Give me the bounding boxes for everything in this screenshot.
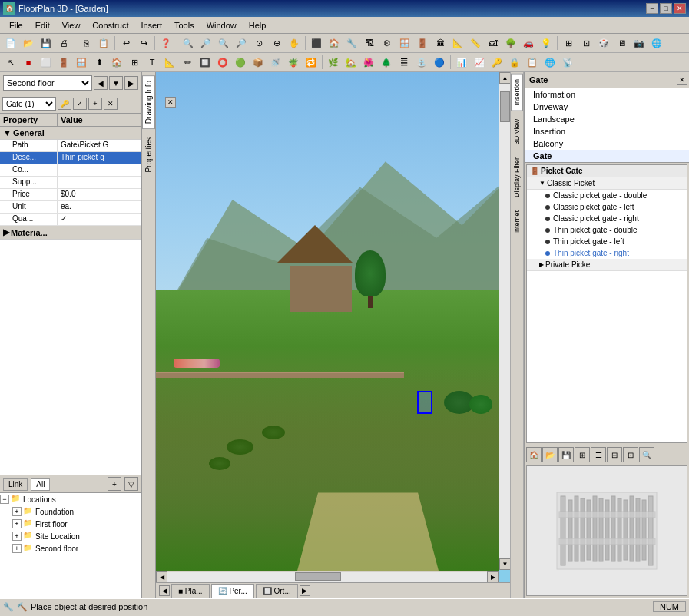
tb2-s7[interactable]: 🔵 xyxy=(431,55,448,70)
tb2-roof[interactable]: 🏠 xyxy=(108,55,125,70)
menu-window[interactable]: Window xyxy=(200,19,243,31)
tree-tab-link[interactable]: Link xyxy=(3,478,28,491)
tree-toggle-sitelocation[interactable]: + xyxy=(12,532,22,541)
gate-leaf-classic-double[interactable]: Classic picket gate - double xyxy=(527,190,687,201)
tb2-t1[interactable]: ⊞ xyxy=(126,55,143,70)
drawing-info-tab[interactable]: Drawing Info xyxy=(142,75,155,129)
tb2-t5[interactable]: 🔲 xyxy=(197,55,214,70)
tb-zoom-in[interactable]: 🔍 xyxy=(180,35,197,51)
prop-btn-1[interactable]: 🔑 xyxy=(58,98,71,110)
tb-r1[interactable]: ⬛ xyxy=(308,35,325,51)
tb2-wall[interactable]: ■ xyxy=(20,55,37,70)
tree-toggle-secondfloor[interactable]: + xyxy=(12,544,22,553)
tb2-t8[interactable]: 📦 xyxy=(250,55,267,70)
gate-leaf-classic-right[interactable]: Classic picket gate - right xyxy=(527,213,687,224)
tb-r12[interactable]: 🌳 xyxy=(502,35,519,51)
h-scroll-thumb[interactable] xyxy=(295,572,341,581)
tb-zoom-2[interactable]: 🔍 xyxy=(215,35,232,51)
floor-btn-1[interactable]: ◀ xyxy=(94,76,108,90)
tb-r11[interactable]: 🛋 xyxy=(485,35,502,51)
gate-leaf-thin-double[interactable]: Thin picket gate - double xyxy=(527,224,687,236)
tb-snap[interactable]: ⊡ xyxy=(578,35,595,51)
tb-r4[interactable]: 🏗 xyxy=(361,35,378,51)
tb2-e2[interactable]: 📈 xyxy=(471,55,488,70)
tb2-t4[interactable]: ✏ xyxy=(179,55,196,70)
scroll-right-btn[interactable]: ▶ xyxy=(487,571,499,583)
properties-tab[interactable]: Properties xyxy=(142,132,155,178)
tb-3d2[interactable]: 🖥 xyxy=(613,35,630,51)
tree-toggle-foundation[interactable]: + xyxy=(12,507,22,516)
prop-row-path[interactable]: Path Gate\Picket G xyxy=(0,140,141,152)
tb2-e6[interactable]: 🌐 xyxy=(542,55,558,70)
selected-gate[interactable] xyxy=(417,391,432,414)
tb2-s2[interactable]: 🏡 xyxy=(343,55,359,70)
tb2-stair[interactable]: ⬆ xyxy=(91,55,108,70)
tab-arrow-right[interactable]: ▶ xyxy=(300,585,310,596)
prop-row-unit[interactable]: Unit ea. xyxy=(0,201,141,214)
left-panel-close[interactable]: ✕ xyxy=(165,97,176,108)
tb-save[interactable]: 💾 xyxy=(38,35,55,51)
prop-row-supp[interactable]: Supp... xyxy=(0,177,141,189)
nav-landscape[interactable]: Landscape xyxy=(525,113,689,125)
nav-driveway[interactable]: Driveway xyxy=(525,101,689,113)
nav-insertion[interactable]: Insertion xyxy=(525,125,689,137)
tb-zoom-3[interactable]: 🔎 xyxy=(233,35,250,51)
rp-btn-home[interactable]: 🏠 xyxy=(526,447,542,462)
rp-btn-list[interactable]: ☰ xyxy=(591,447,606,462)
floor-dropdown[interactable]: Second floor First floor Foundation Site… xyxy=(3,75,92,91)
tb2-s6[interactable]: ⛲ xyxy=(413,55,430,70)
menu-edit[interactable]: Edit xyxy=(29,19,56,31)
tree-item-foundation[interactable]: + 📁 Foundation xyxy=(0,505,141,518)
tb-new[interactable]: 📄 xyxy=(2,35,19,51)
scroll-left-btn[interactable]: ◀ xyxy=(156,571,167,583)
prop-row-desc[interactable]: Desc... Thin picket g xyxy=(0,152,141,164)
tb-copy[interactable]: ⎘ xyxy=(78,35,94,51)
tb-r3[interactable]: 🔧 xyxy=(343,35,360,51)
menu-view[interactable]: View xyxy=(56,19,87,31)
tree-item-secondfloor[interactable]: + 📁 Second floor xyxy=(0,542,141,555)
gate-leaf-classic-left[interactable]: Classic picket gate - left xyxy=(527,201,687,213)
tb2-win[interactable]: 🪟 xyxy=(73,55,90,70)
prop-row-qua[interactable]: Qua... ✓ xyxy=(0,214,141,226)
tree-item-locations[interactable]: − 📁 Locations xyxy=(0,493,141,505)
tb2-t11[interactable]: 🔁 xyxy=(303,55,320,70)
menu-help[interactable]: Help xyxy=(243,19,273,31)
menu-file[interactable]: File xyxy=(3,19,29,31)
tb-r8[interactable]: 🏛 xyxy=(432,35,449,51)
tb2-e3[interactable]: 🔑 xyxy=(489,55,505,70)
rp-btn-thumb[interactable]: ⊡ xyxy=(623,447,638,462)
rp-btn-open[interactable]: 📂 xyxy=(542,447,558,462)
menu-tools[interactable]: Tools xyxy=(168,19,200,31)
scroll-down-btn[interactable]: ▼ xyxy=(499,558,510,570)
tree-item-firstfloor[interactable]: + 📁 First floor xyxy=(0,518,141,530)
prop-btn-3[interactable]: + xyxy=(88,98,102,110)
prop-row-price[interactable]: Price $0.0 xyxy=(0,189,141,201)
tb-r2[interactable]: 🏠 xyxy=(326,35,343,51)
tb-print[interactable]: 🖨 xyxy=(55,35,72,51)
close-button[interactable]: ✕ xyxy=(674,3,686,14)
rp-btn-grid[interactable]: ⊞ xyxy=(575,447,590,462)
object-selector[interactable]: Gate (1) xyxy=(2,97,56,111)
tb-zoom-5[interactable]: ⊕ xyxy=(268,35,285,51)
minimize-button[interactable]: − xyxy=(646,3,658,14)
tb2-t2[interactable]: Τ xyxy=(144,55,161,70)
tb2-t9[interactable]: 🚿 xyxy=(267,55,284,70)
tab-display-filter[interactable]: Display Filter xyxy=(511,152,523,203)
tb2-t10[interactable]: 🪴 xyxy=(285,55,302,70)
menu-construct[interactable]: Construct xyxy=(86,19,134,31)
tb-help[interactable]: ❓ xyxy=(157,35,174,51)
tb2-room[interactable]: ⬜ xyxy=(38,55,55,70)
floor-btn-3[interactable]: ▶ xyxy=(124,76,138,90)
tb-r6[interactable]: 🪟 xyxy=(396,35,413,51)
prop-btn-2[interactable]: ✓ xyxy=(73,98,87,110)
tb2-s3[interactable]: 🌺 xyxy=(360,55,377,70)
tb-r14[interactable]: 💡 xyxy=(538,35,555,51)
tb-r5[interactable]: ⚙ xyxy=(379,35,396,51)
tb2-t6[interactable]: ⭕ xyxy=(214,55,231,70)
tb2-e4[interactable]: 🔒 xyxy=(506,55,523,70)
maximize-button[interactable]: □ xyxy=(660,3,672,14)
tb-pan[interactable]: ✋ xyxy=(286,35,303,51)
tab-plan[interactable]: ■ Pla... xyxy=(171,584,210,598)
tb-grid[interactable]: ⊞ xyxy=(560,35,577,51)
tb-3d3[interactable]: 📷 xyxy=(631,35,648,51)
